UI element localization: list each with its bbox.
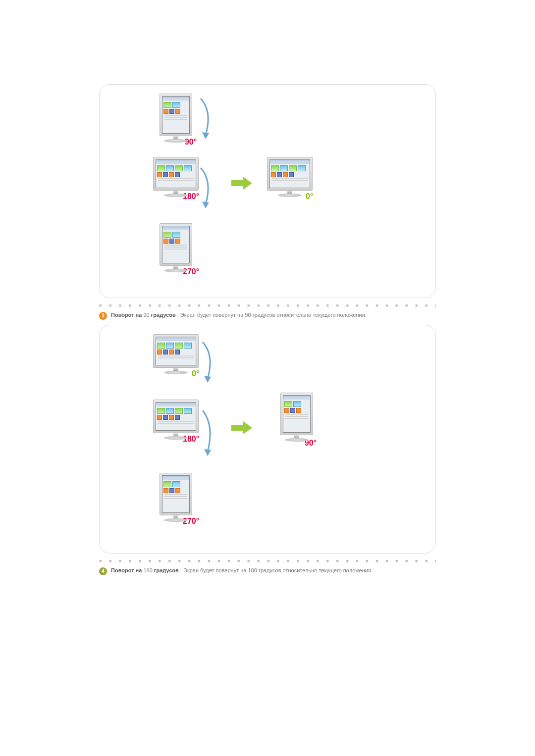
caption-4: 4 Поворот на 180 градусов : Экран будет … [99,566,436,575]
bullet-4: 4 [99,567,107,575]
monitor2-270 [153,473,199,522]
monitor-90 [153,94,199,143]
caption-3: 3 Поворот на 90 градусов : Экран будет п… [99,311,436,320]
svg-marker-2 [231,177,252,190]
result-arrow-icon [231,421,252,434]
rotation-diagram-2: 0° 180° [99,325,436,554]
monitor2-180 [153,400,199,440]
bullet-3: 3 [99,312,107,320]
monitor2-result-90 [274,393,320,442]
monitor-result-0 [267,157,313,197]
result-arrow-icon [231,177,252,190]
monitor-180 [153,157,199,197]
monitor-270 [153,223,199,272]
svg-marker-4 [204,449,211,456]
page: 90° 180° [61,0,474,679]
monitor-0 [153,334,199,374]
svg-marker-3 [204,376,211,383]
svg-marker-0 [202,132,209,139]
separator-dots: ■ ■ ■ ■ ■ ■ ■ ■ ■ ■ ■ ■ ■ ■ ■ ■ ■ ■ ■ ■ … [99,303,436,308]
svg-marker-1 [202,202,209,208]
separator-dots: ■ ■ ■ ■ ■ ■ ■ ■ ■ ■ ■ ■ ■ ■ ■ ■ ■ ■ ■ ■ … [99,558,436,563]
caption-3-text: Поворот на 90 градусов : Экран будет пов… [111,311,367,320]
caption-4-text: Поворот на 180 градусов : Экран будет по… [111,566,373,575]
rotation-diagram-1: 90° 180° [99,84,436,298]
svg-marker-5 [231,421,252,434]
